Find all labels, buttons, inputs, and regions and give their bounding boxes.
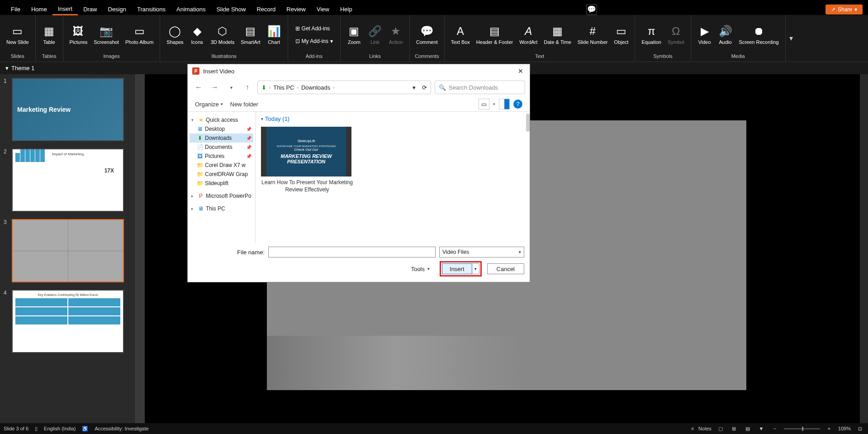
expand-icon[interactable]: ▸ (191, 194, 196, 198)
tree-desktop[interactable]: 🖥Desktop📌 (190, 124, 253, 134)
slide-thumbnail-1[interactable]: Marketing Review (12, 78, 124, 141)
video-button[interactable]: ▶Video (695, 22, 715, 47)
table-button[interactable]: ▦Table (39, 22, 59, 47)
expand-icon[interactable]: ▸ (191, 206, 196, 211)
header-footer-button[interactable]: ▤Header & Footer (474, 22, 516, 47)
reading-view-button[interactable]: ▤ (743, 426, 752, 432)
tree-coreldraw[interactable]: 📁Corel Draw X7 w (190, 161, 253, 170)
audio-button[interactable]: 🔊Audio (716, 22, 735, 47)
slide-sorter-button[interactable]: ⊞ (730, 426, 739, 432)
file-area-scrollbar[interactable] (526, 114, 530, 132)
expand-icon[interactable]: ▾ (191, 118, 196, 122)
preview-pane-button[interactable] (499, 99, 510, 110)
zoom-out-button[interactable]: − (770, 426, 779, 431)
slide-thumbnail-3[interactable] (12, 219, 124, 282)
organize-button[interactable]: Organize ▾ (195, 101, 223, 108)
file-item-video[interactable]: SlideUpLift SHOWCASE YOUR MARKETING STRA… (261, 127, 353, 193)
file-area[interactable]: ▾ Today (1) SlideUpLift SHOWCASE YOUR MA… (256, 112, 530, 243)
tree-thispc[interactable]: ▸🖥This PC (190, 204, 253, 213)
notes-button[interactable]: Notes (698, 426, 711, 431)
slidenumber-button[interactable]: #Slide Number (575, 22, 611, 47)
menu-review[interactable]: Review (281, 4, 311, 14)
breadcrumb-downloads[interactable]: Downloads (301, 84, 330, 91)
new-folder-button[interactable]: New folder (230, 101, 258, 108)
search-input[interactable]: 🔍 Search Downloads (435, 81, 525, 94)
object-button[interactable]: ▭Object (611, 22, 631, 47)
breadcrumb[interactable]: ⬇ › This PC › Downloads › ▾ ⟳ (257, 81, 431, 94)
menu-animations[interactable]: Animations (171, 4, 211, 14)
file-group-today[interactable]: ▾ Today (1) (261, 115, 524, 122)
slide-thumb-3[interactable]: 3 (0, 215, 135, 286)
menu-slideshow[interactable]: Slide Show (211, 4, 251, 14)
screen-recording-button[interactable]: ⏺Screen Recording (736, 22, 782, 47)
3d-models-button[interactable]: ⬡3D Models (208, 22, 237, 47)
insert-dropdown-button[interactable]: ▾ (472, 263, 479, 274)
get-addins-button[interactable]: ⊞Get Add-ins (292, 24, 334, 33)
tree-downloads[interactable]: ⬇Downloads📌 (190, 134, 253, 143)
cancel-button[interactable]: Cancel (487, 263, 524, 274)
equation-button[interactable]: πEquation (639, 22, 664, 47)
insert-button[interactable]: Insert (442, 263, 472, 274)
tree-coreldraw-grap[interactable]: 📁CorelDRAW Grap (190, 170, 253, 179)
icons-button[interactable]: ◆Icons (187, 22, 207, 47)
breadcrumb-thispc[interactable]: This PC (273, 84, 294, 91)
menu-transitions[interactable]: Transitions (132, 4, 171, 14)
menu-view[interactable]: View (311, 4, 335, 14)
pictures-button[interactable]: 🖼Pictures (67, 22, 90, 47)
filetype-select[interactable]: Video Files ▾ (439, 247, 524, 258)
up-button[interactable]: ↑ (241, 81, 254, 94)
comment-button[interactable]: 💬Comment (413, 22, 441, 47)
photo-album-button[interactable]: ▭Photo Album (123, 22, 156, 47)
tree-pictures[interactable]: 🖼Pictures📌 (190, 152, 253, 161)
help-button[interactable]: ? (513, 100, 522, 109)
zoom-slider[interactable] (784, 428, 820, 429)
tools-button[interactable]: Tools ▾ (411, 266, 430, 272)
comments-button[interactable]: 💬 (586, 4, 597, 15)
slide-panel-scrollbar[interactable] (136, 74, 145, 434)
menu-help[interactable]: Help (335, 4, 358, 14)
menu-draw[interactable]: Draw (78, 4, 102, 14)
menu-record[interactable]: Record (251, 4, 281, 14)
filename-input[interactable] (268, 247, 436, 258)
recent-button[interactable]: ▾ (225, 81, 237, 94)
language-status[interactable]: English (India) (44, 426, 76, 431)
chevron-down-icon[interactable]: ▾ (413, 84, 416, 91)
normal-view-button[interactable]: ▢ (716, 426, 725, 432)
tree-documents[interactable]: 📄Documents📌 (190, 143, 253, 152)
canvas-scrollbar[interactable] (860, 74, 868, 434)
tree-slideuplift[interactable]: 📁Slideuplift (190, 179, 253, 188)
new-slide-button[interactable]: ▭New Slide (4, 22, 32, 47)
slide-thumb-1[interactable]: 1 Marketing Review (0, 74, 135, 145)
menu-file[interactable]: File (5, 4, 26, 14)
forward-button[interactable]: → (209, 81, 221, 94)
wordart-button[interactable]: AWordArt (517, 22, 540, 47)
view-mode-button[interactable]: ▭ (479, 99, 489, 110)
refresh-button[interactable]: ⟳ (422, 84, 427, 91)
menu-design[interactable]: Design (103, 4, 132, 14)
chart-button[interactable]: 📊Chart (264, 22, 284, 47)
share-button[interactable]: ↗ Share ▾ (825, 5, 863, 14)
tree-powerpoint[interactable]: ▸PMicrosoft PowerPo (190, 191, 253, 200)
zoom-button[interactable]: ▣Zoom (344, 22, 364, 47)
textbox-button[interactable]: AText Box (448, 22, 473, 47)
close-button[interactable]: ✕ (516, 67, 525, 75)
shapes-button[interactable]: ◯Shapes (164, 22, 186, 47)
menu-insert[interactable]: Insert (52, 4, 78, 15)
zoom-in-button[interactable]: + (825, 426, 834, 431)
slide-info[interactable]: Slide 3 of 6 (4, 426, 28, 431)
tree-quick-access[interactable]: ▾ ★ Quick access (190, 115, 253, 124)
screenshot-button[interactable]: 📷Screenshot (91, 22, 122, 47)
my-addins-button[interactable]: ⊡My Add-ins▾ (292, 36, 337, 46)
fit-window-button[interactable]: ⊡ (855, 426, 864, 432)
slide-thumbnail-2[interactable]: Impact of Marketing 17X (12, 148, 124, 212)
datetime-button[interactable]: ▦Date & Time (541, 22, 574, 47)
back-button[interactable]: ← (192, 81, 205, 94)
menu-home[interactable]: Home (26, 4, 52, 14)
slide-thumbnail-4[interactable]: Key Enablers Contributing 50 Million Eur… (12, 290, 124, 353)
slide-panel[interactable]: 1 Marketing Review 2 Impact of Marketing… (0, 74, 136, 434)
chevron-down-icon[interactable]: ▾ (493, 102, 495, 106)
zoom-level[interactable]: 109% (838, 426, 851, 431)
dialog-titlebar[interactable]: P Insert Video ✕ (188, 64, 530, 78)
slideshow-view-button[interactable]: ▼ (757, 426, 766, 431)
smartart-button[interactable]: ▤SmartArt (238, 22, 263, 47)
